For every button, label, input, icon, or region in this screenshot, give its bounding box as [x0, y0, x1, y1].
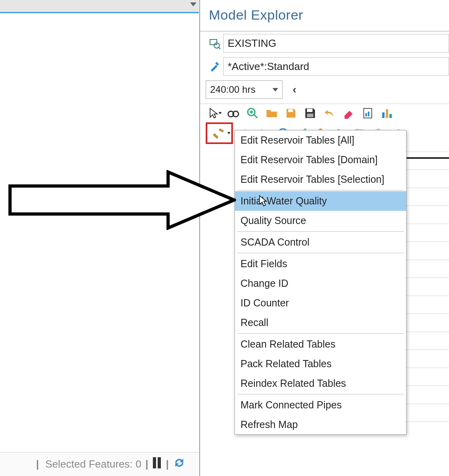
svg-rect-19 — [386, 109, 388, 118]
menu-item[interactable]: Recall — [235, 313, 406, 332]
menu-item[interactable]: Pack Related Tables — [235, 354, 406, 374]
menu-divider — [237, 394, 404, 394]
hammer-dropdown-highlighted[interactable] — [206, 122, 233, 144]
scenario-icon — [206, 37, 223, 49]
svg-rect-16 — [365, 113, 367, 116]
svg-rect-17 — [368, 112, 369, 116]
refresh-icon[interactable] — [173, 456, 186, 472]
pause-button[interactable] — [152, 457, 162, 471]
svg-rect-20 — [389, 114, 392, 118]
time-prev-button[interactable]: ‹ — [291, 83, 299, 96]
map-canvas[interactable]: | Selected Features: 0 | | — [0, 0, 200, 476]
eraser-icon[interactable] — [340, 105, 357, 122]
menu-item[interactable]: Reindex Related Tables — [235, 374, 406, 393]
hammer-context-menu: Edit Reservoir Tables [All]Edit Reservoi… — [235, 130, 407, 435]
canvas-dropdown-bar[interactable] — [0, 0, 199, 13]
panel-title: Model Explorer — [200, 0, 449, 32]
menu-divider — [237, 333, 404, 334]
menu-item[interactable]: Quality Source — [235, 211, 406, 230]
menu-item[interactable]: Refresh Map — [235, 415, 406, 434]
svg-rect-18 — [382, 112, 385, 118]
separator: | — [166, 458, 168, 470]
scenario-row[interactable]: EXISTING — [200, 32, 449, 55]
zoom-in-icon[interactable] — [244, 105, 261, 122]
menu-item[interactable]: Clean Related Tables — [235, 334, 406, 354]
svg-line-9 — [254, 115, 257, 118]
report-icon[interactable] — [359, 105, 376, 122]
menu-item[interactable]: SCADA Control — [235, 232, 406, 252]
svg-rect-21 — [213, 133, 218, 139]
active-row[interactable]: *Active*:Standard — [200, 55, 449, 78]
tools-icon — [206, 60, 223, 72]
menu-item[interactable]: Edit Fields — [235, 254, 406, 274]
grid-header-line — [407, 157, 449, 159]
pointer-tool[interactable] — [206, 105, 222, 122]
chevron-down-icon — [273, 88, 278, 92]
time-value: 240:00 hrs — [210, 84, 255, 95]
svg-rect-12 — [288, 109, 293, 112]
time-select[interactable]: 240:00 hrs — [206, 80, 283, 99]
bar-chart-icon[interactable] — [379, 105, 395, 122]
save-icon[interactable] — [302, 105, 319, 122]
menu-item[interactable]: ID Counter — [235, 293, 406, 313]
menu-item[interactable]: Initial Water Quality — [235, 191, 406, 211]
menu-item[interactable]: Edit Reservoir Tables [All] — [235, 130, 406, 150]
menu-divider — [237, 253, 404, 253]
hammer-icon[interactable] — [207, 125, 231, 142]
active-value[interactable]: *Active*:Standard — [223, 57, 449, 76]
status-bar: | Selected Features: 0 | | — [0, 452, 199, 476]
svg-rect-13 — [307, 109, 313, 112]
selected-features-label: Selected Features: 0 — [45, 458, 141, 470]
binoculars-icon[interactable] — [225, 105, 242, 122]
menu-divider — [237, 190, 404, 190]
toolbar-row-1 — [206, 104, 449, 122]
menu-item[interactable]: Mark Connected Pipes — [235, 395, 406, 415]
chevron-down-icon — [190, 2, 196, 6]
menu-item[interactable]: Edit Reservoir Tables [Domain] — [235, 150, 406, 170]
svg-rect-3 — [210, 40, 217, 45]
separator: | — [145, 458, 148, 470]
open-folder-icon[interactable] — [263, 105, 280, 122]
menu-item[interactable]: Change ID — [235, 274, 406, 293]
save-small-icon[interactable] — [283, 105, 299, 122]
menu-item[interactable]: Edit Reservoir Tables [Selection] — [235, 170, 406, 189]
separator: | — [36, 458, 39, 470]
svg-rect-14 — [307, 114, 313, 117]
grid-rows-background — [407, 134, 449, 422]
undo-icon[interactable] — [321, 105, 338, 122]
svg-line-5 — [218, 47, 220, 49]
menu-divider — [237, 231, 404, 232]
scenario-value[interactable]: EXISTING — [223, 34, 449, 52]
